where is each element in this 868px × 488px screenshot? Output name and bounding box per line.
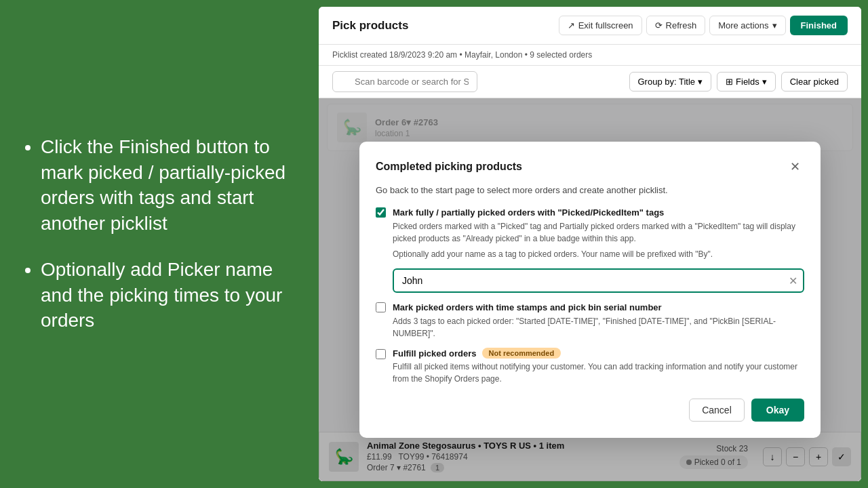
clear-picked-button[interactable]: Clear picked <box>781 72 848 92</box>
mark-picked-sublabel2: Optionally add your name as a tag to pic… <box>393 248 804 260</box>
search-input[interactable] <box>332 71 477 92</box>
mark-picked-checkbox[interactable] <box>376 207 386 218</box>
search-wrap: 🔍 <box>332 71 624 92</box>
more-actions-button[interactable]: More actions ▾ <box>709 16 785 35</box>
refresh-icon: ⟳ <box>655 20 663 30</box>
cancel-button[interactable]: Cancel <box>689 399 745 422</box>
timestamps-sublabel: Adds 3 tags to each picked order: "Start… <box>393 315 804 340</box>
modal-title: Completed picking products <box>376 161 522 173</box>
app-panel: Pick products ↗ Exit fullscreen ⟳ Refres… <box>319 7 861 481</box>
chevron-down-icon: ▾ <box>762 77 767 87</box>
finished-button[interactable]: Finished <box>790 16 848 35</box>
bullet-2: Optionally add Picker name and the picki… <box>41 257 292 333</box>
completed-picking-modal: Completed picking products ✕ Go back to … <box>359 142 821 438</box>
fulfill-checkbox[interactable] <box>376 349 386 359</box>
exit-fullscreen-icon: ↗ <box>568 20 575 30</box>
app-title: Pick products <box>332 19 408 33</box>
not-recommended-badge: Not recommended <box>482 348 561 359</box>
checkbox-row-3: Fulfill picked orders Not recommended Fu… <box>376 348 804 385</box>
header-actions: ↗ Exit fullscreen ⟳ Refresh More actions… <box>559 16 848 35</box>
toolbar: 🔍 Group by: Title ▾ ⊞ Fields ▾ Clear pic… <box>319 66 861 98</box>
content-area: 🦕 Order 6▾ #2763 location 1 Completed pi… <box>319 98 861 481</box>
picker-name-input[interactable] <box>393 268 804 293</box>
clear-name-button[interactable]: ✕ <box>789 274 797 287</box>
mark-picked-label[interactable]: Mark fully / partially picked orders wit… <box>393 207 664 218</box>
modal-close-button[interactable]: ✕ <box>786 158 804 176</box>
chevron-down-icon: ▾ <box>772 20 777 30</box>
exit-fullscreen-button[interactable]: ↗ Exit fullscreen <box>559 16 642 35</box>
checkbox-row-1: Mark fully / partially picked orders wit… <box>376 206 804 260</box>
fields-button[interactable]: ⊞ Fields ▾ <box>717 72 776 92</box>
timestamps-checkbox[interactable] <box>376 302 386 312</box>
modal-footer: Cancel Okay <box>376 399 804 422</box>
chevron-down-icon: ▾ <box>698 77 703 87</box>
fulfill-sublabel: Fulfill all picked items without notifyi… <box>393 361 804 385</box>
okay-button[interactable]: Okay <box>751 399 804 422</box>
app-header: Pick products ↗ Exit fullscreen ⟳ Refres… <box>319 7 861 45</box>
checkbox-row-2: Mark picked orders with time stamps and … <box>376 301 804 340</box>
fulfill-label[interactable]: Fulfill picked orders <box>393 348 477 359</box>
left-panel: Click the Finished button to mark picked… <box>0 0 319 488</box>
name-input-wrap: ✕ <box>393 268 804 293</box>
bullet-1: Click the Finished button to mark picked… <box>41 134 292 237</box>
mark-picked-sublabel: Picked orders marked with a "Picked" tag… <box>393 220 804 245</box>
modal-desc: Go back to the start page to select more… <box>376 185 804 195</box>
fields-icon: ⊞ <box>726 77 733 87</box>
modal-overlay: Completed picking products ✕ Go back to … <box>319 98 861 481</box>
timestamps-label[interactable]: Mark picked orders with time stamps and … <box>393 302 662 312</box>
modal-header: Completed picking products ✕ <box>376 158 804 176</box>
sub-header: Picklist created 18/9/2023 9:20 am • May… <box>319 45 861 66</box>
group-by-button[interactable]: Group by: Title ▾ <box>629 72 712 92</box>
refresh-button[interactable]: ⟳ Refresh <box>646 16 706 35</box>
